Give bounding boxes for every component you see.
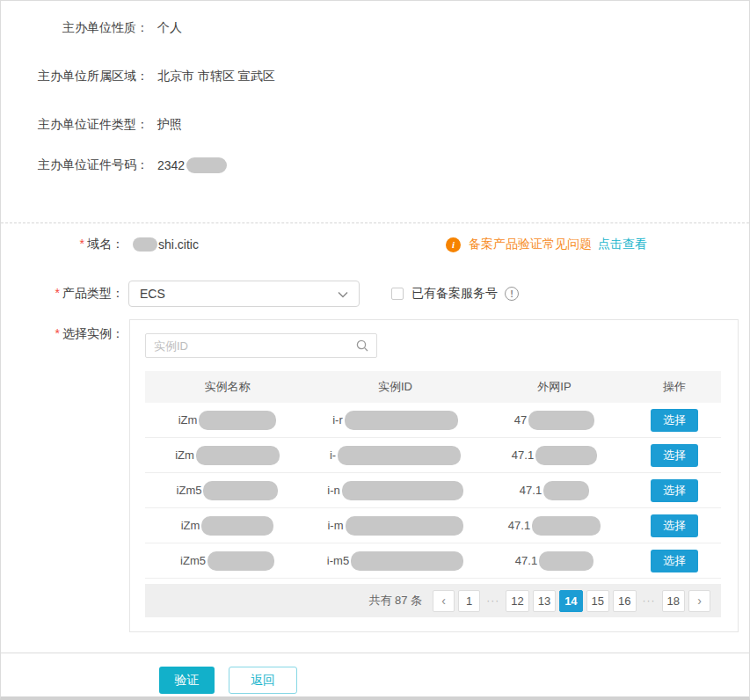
page-button-13[interactable]: 13 <box>533 590 556 612</box>
redaction-blob <box>539 551 593 571</box>
pagination-bar: 共有 87 条 ‹ 1 ··· 12 13 14 15 16 ··· 18 › <box>145 584 721 617</box>
instance-id-cell: i-m5 <box>309 551 481 571</box>
page-button-16[interactable]: 16 <box>613 590 636 612</box>
page-button-18[interactable]: 18 <box>662 590 685 612</box>
instance-name-prefix: iZm5 <box>177 484 202 497</box>
service-number-checkbox[interactable] <box>391 288 404 300</box>
table-row: iZm i- 47.1 选择 <box>145 438 721 473</box>
info-icon: i <box>446 237 461 252</box>
public-ip-cell: 47.1 <box>481 446 628 465</box>
action-cell: 选择 <box>628 550 721 572</box>
product-type-label-text: 产品类型： <box>62 286 124 300</box>
instance-id-cell: i- <box>309 446 481 465</box>
public-ip-prefix: 47.1 <box>515 554 537 567</box>
header-action: 操作 <box>628 379 721 395</box>
info-row-cert-number: 主办单位证件号码： 2342 <box>1 157 227 174</box>
redaction-blob <box>203 481 278 500</box>
redaction-blob <box>186 157 227 173</box>
faq-notice-text: 备案产品验证常见问题 <box>469 237 592 252</box>
back-button[interactable]: 返回 <box>229 667 297 694</box>
product-type-select[interactable]: ECS <box>128 281 360 307</box>
icp-filing-form-page: 主办单位性质： 个人 主办单位所属区域： 北京市 市辖区 宣武区 主办单位证件类… <box>0 0 750 700</box>
section-divider <box>1 222 749 223</box>
domain-value: shi.citic <box>133 237 199 252</box>
page-button-15[interactable]: 15 <box>586 590 609 612</box>
action-cell: 选择 <box>628 409 721 432</box>
redaction-blob <box>532 516 601 536</box>
search-icon[interactable] <box>355 339 369 355</box>
org-nature-label: 主办单位性质： <box>1 20 149 36</box>
redaction-blob <box>208 551 274 571</box>
service-number-label: 已有备案服务号 <box>411 286 498 302</box>
instance-label-text: 选择实例： <box>62 326 124 340</box>
instance-id-prefix: i-r <box>332 413 343 427</box>
header-public-ip: 外网IP <box>481 379 628 395</box>
redaction-blob <box>201 516 273 536</box>
instance-name-cell: iZm5 <box>145 481 309 500</box>
total-count: 共有 87 条 <box>369 593 423 609</box>
select-instance-button[interactable]: 选择 <box>651 444 698 467</box>
redaction-blob <box>345 411 458 430</box>
public-ip-cell: 47.1 <box>481 551 628 571</box>
service-number-group: 已有备案服务号 ! <box>391 281 519 307</box>
instance-id-prefix: i-n <box>327 484 339 497</box>
select-instance-button[interactable]: 选择 <box>651 514 698 537</box>
prev-page-button[interactable]: ‹ <box>433 590 455 612</box>
org-region-label: 主办单位所属区域： <box>1 69 149 84</box>
public-ip-prefix: 47.1 <box>520 484 542 497</box>
public-ip-prefix: 47 <box>514 413 527 427</box>
instance-table: 实例名称 实例ID 外网IP 操作 iZm i-r 47 选择 iZm i- 4… <box>145 371 721 579</box>
faq-view-link[interactable]: 点击查看 <box>598 237 647 252</box>
verify-button[interactable]: 验证 <box>159 667 215 694</box>
page-button-1[interactable]: 1 <box>458 590 480 612</box>
domain-label: *域名： <box>1 237 124 252</box>
select-instance-button[interactable]: 选择 <box>651 409 698 432</box>
instance-label: *选择实例： <box>1 326 124 342</box>
info-row-cert-type: 主办单位证件类型： 护照 <box>1 116 182 134</box>
instance-name-cell: iZm <box>145 516 309 536</box>
select-instance-button[interactable]: 选择 <box>651 550 698 572</box>
product-type-row: *产品类型： ECS 已有备案服务号 ! <box>1 281 750 307</box>
redaction-blob <box>543 481 589 500</box>
instance-name-prefix: iZm <box>178 413 198 427</box>
instance-search-input[interactable] <box>145 333 377 358</box>
instance-search <box>145 333 377 358</box>
info-row-org-region: 主办单位所属区域： 北京市 市辖区 宣武区 <box>1 68 275 85</box>
public-ip-prefix: 47.1 <box>512 448 534 462</box>
required-star: * <box>80 237 84 251</box>
instance-id-cell: i-r <box>309 411 481 430</box>
redaction-blob <box>342 481 463 500</box>
header-instance-id: 实例ID <box>309 379 481 395</box>
public-ip-prefix: 47.1 <box>508 519 530 532</box>
instance-name-prefix: iZm5 <box>180 554 206 567</box>
instance-picker-panel: 实例名称 实例ID 外网IP 操作 iZm i-r 47 选择 iZm i- 4… <box>129 319 739 632</box>
instance-name-prefix: iZm <box>175 448 194 462</box>
redaction-blob <box>346 516 463 536</box>
action-cell: 选择 <box>628 514 721 537</box>
exclamation-circle-icon[interactable]: ! <box>505 287 519 301</box>
org-region-value: 北京市 市辖区 宣武区 <box>157 69 275 84</box>
product-type-label: *产品类型： <box>1 286 124 302</box>
table-row: iZm5 i-n 47.1 选择 <box>145 473 721 508</box>
select-instance-button[interactable]: 选择 <box>651 479 698 502</box>
redaction-blob <box>535 446 597 465</box>
pager: ‹ 1 ··· 12 13 14 15 16 ··· 18 › <box>433 590 710 612</box>
page-button-12[interactable]: 12 <box>506 590 528 612</box>
instance-label-row: *选择实例： <box>1 325 124 343</box>
cert-type-value: 护照 <box>157 117 182 133</box>
ellipsis: ··· <box>643 594 656 607</box>
redaction-blob <box>196 446 280 465</box>
redaction-blob <box>528 411 594 430</box>
instance-name-prefix: iZm <box>181 519 200 532</box>
public-ip-cell: 47 <box>481 411 628 430</box>
page-button-14-active[interactable]: 14 <box>559 590 582 612</box>
instance-id-prefix: i-m <box>327 519 343 532</box>
required-star: * <box>55 326 60 340</box>
header-instance-name: 实例名称 <box>145 379 309 395</box>
instance-id-prefix: i-m5 <box>327 554 349 567</box>
instance-id-prefix: i- <box>330 448 336 462</box>
next-page-button[interactable]: › <box>688 590 710 612</box>
product-type-selected-value: ECS <box>140 287 165 301</box>
redaction-blob <box>351 551 463 571</box>
table-row: iZm5 i-m5 47.1 选择 <box>145 543 721 579</box>
